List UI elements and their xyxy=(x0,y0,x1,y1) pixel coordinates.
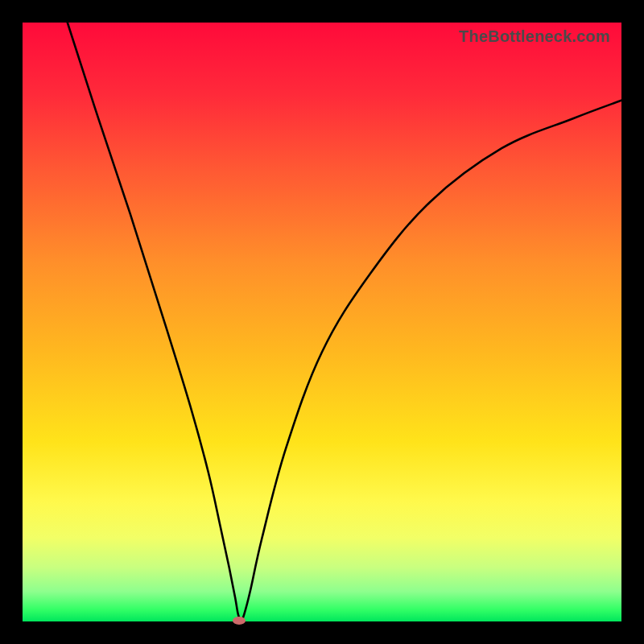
optimal-point-marker xyxy=(233,617,246,625)
bottleneck-curve xyxy=(23,23,621,621)
chart-frame: TheBottleneck.com xyxy=(0,0,644,644)
plot-area: TheBottleneck.com xyxy=(23,23,621,621)
